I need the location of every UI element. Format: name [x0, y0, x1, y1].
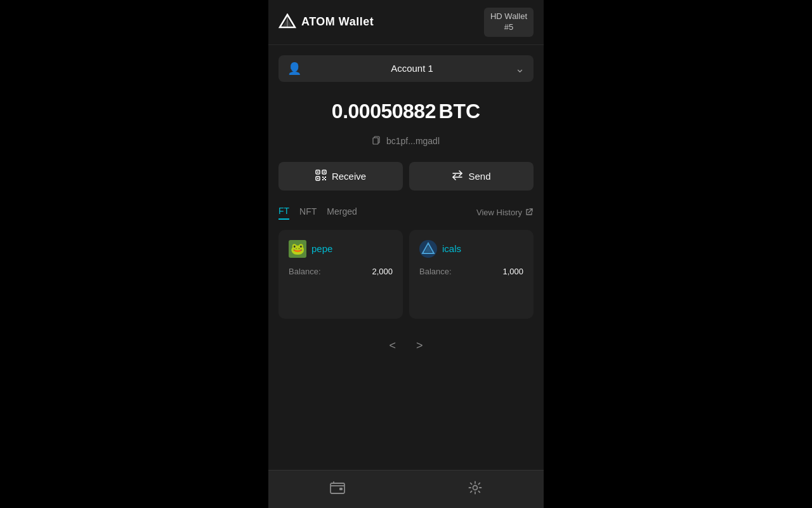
- token-name-icals: icals: [442, 243, 461, 254]
- token-card-pepe[interactable]: 🐸 pepe Balance: 2,000: [278, 230, 403, 319]
- token-header-pepe: 🐸 pepe: [289, 240, 393, 258]
- balance-value-icals: 1,000: [502, 267, 523, 276]
- pagination-next[interactable]: >: [411, 337, 428, 355]
- svg-point-20: [473, 485, 478, 490]
- view-history-button[interactable]: View History: [476, 208, 534, 218]
- receive-icon: [315, 170, 327, 183]
- icals-icon: [419, 240, 437, 258]
- main-content: 👤 Account 1 ⌄ 0.00050882 BTC bc1pf...mga…: [268, 45, 544, 470]
- copy-icon: [372, 136, 381, 147]
- pagination: < >: [278, 331, 534, 360]
- token-card-icals[interactable]: icals Balance: 1,000: [409, 230, 534, 319]
- svg-rect-11: [322, 177, 324, 178]
- atom-logo-icon: [278, 13, 296, 31]
- receive-label: Receive: [332, 171, 366, 182]
- app-title: ATOM Wallet: [301, 15, 374, 29]
- receive-button[interactable]: Receive: [278, 162, 403, 190]
- send-button[interactable]: Send: [409, 162, 534, 190]
- svg-rect-15: [324, 178, 325, 179]
- wallet-nav-icon[interactable]: [325, 478, 350, 501]
- svg-rect-19: [339, 488, 343, 490]
- balance-currency: BTC: [438, 100, 480, 123]
- view-history-label: View History: [476, 208, 522, 217]
- header-left: ATOM Wallet: [278, 13, 374, 31]
- balance-display: 0.00050882 BTC: [278, 100, 534, 123]
- balance-label-icals: Balance:: [419, 267, 452, 276]
- app-container: ATOM Wallet HD Wallet #5 👤 Account 1 ⌄ 0…: [268, 0, 544, 508]
- svg-rect-4: [373, 138, 378, 144]
- hd-wallet-line1: HD Wallet: [490, 11, 527, 21]
- pagination-prev[interactable]: <: [384, 337, 401, 355]
- balance-value-pepe: 2,000: [372, 267, 393, 276]
- token-balance-icals: Balance: 1,000: [419, 267, 523, 276]
- wallet-address: bc1pf...mgadl: [386, 136, 440, 146]
- chevron-down-icon: ⌄: [515, 62, 525, 76]
- tab-nft[interactable]: NFT: [299, 206, 317, 219]
- settings-nav-icon[interactable]: [463, 478, 487, 501]
- svg-rect-12: [325, 177, 326, 178]
- token-balance-pepe: Balance: 2,000: [289, 267, 393, 276]
- balance-section: 0.00050882 BTC: [278, 100, 534, 123]
- svg-rect-8: [324, 171, 325, 173]
- hd-wallet-line2: #5: [504, 22, 513, 32]
- bottom-nav: [268, 470, 544, 508]
- svg-rect-14: [325, 179, 326, 180]
- hd-wallet-badge: HD Wallet #5: [484, 8, 534, 37]
- header: ATOM Wallet HD Wallet #5: [268, 0, 544, 45]
- token-name-pepe: pepe: [311, 243, 332, 254]
- svg-rect-13: [322, 179, 324, 180]
- pepe-icon: 🐸: [289, 240, 306, 258]
- tab-ft[interactable]: FT: [278, 206, 289, 220]
- address-row: bc1pf...mgadl: [278, 136, 534, 147]
- tab-merged[interactable]: Merged: [327, 206, 357, 219]
- balance-label-pepe: Balance:: [289, 267, 321, 276]
- action-buttons: Receive Send: [278, 162, 534, 190]
- svg-rect-10: [317, 178, 318, 179]
- account-icon: 👤: [287, 62, 301, 76]
- balance-amount: 0.00050882: [332, 100, 436, 123]
- tabs-row: FT NFT Merged View History: [278, 206, 534, 220]
- tokens-grid: 🐸 pepe Balance: 2,000 i: [278, 230, 534, 319]
- account-name: Account 1: [309, 63, 515, 74]
- svg-rect-6: [317, 171, 318, 173]
- account-selector[interactable]: 👤 Account 1 ⌄: [278, 55, 534, 82]
- send-icon: [452, 170, 463, 183]
- token-header-icals: icals: [419, 240, 523, 258]
- send-label: Send: [468, 171, 490, 182]
- external-link-icon: [525, 208, 534, 218]
